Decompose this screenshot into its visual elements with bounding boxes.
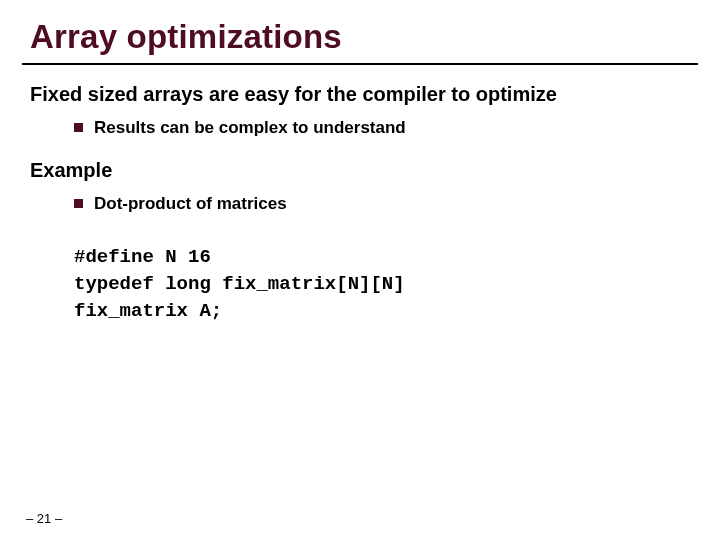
bullet-square-icon (74, 123, 83, 132)
slide: Array optimizations Fixed sized arrays a… (0, 0, 720, 540)
section-heading-fixed-arrays: Fixed sized arrays are easy for the comp… (30, 83, 557, 106)
bullet-text: Results can be complex to understand (94, 118, 406, 138)
section-heading-example: Example (30, 159, 112, 182)
code-line: fix_matrix A; (74, 300, 222, 322)
code-line: #define N 16 (74, 246, 211, 268)
slide-number: – 21 – (26, 511, 62, 526)
bullet-item: Dot-product of matrices (74, 194, 287, 214)
slide-title: Array optimizations (30, 18, 342, 56)
bullet-square-icon (74, 199, 83, 208)
code-line: typedef long fix_matrix[N][N] (74, 273, 405, 295)
title-underline (22, 63, 698, 65)
bullet-text: Dot-product of matrices (94, 194, 287, 214)
bullet-item: Results can be complex to understand (74, 118, 406, 138)
